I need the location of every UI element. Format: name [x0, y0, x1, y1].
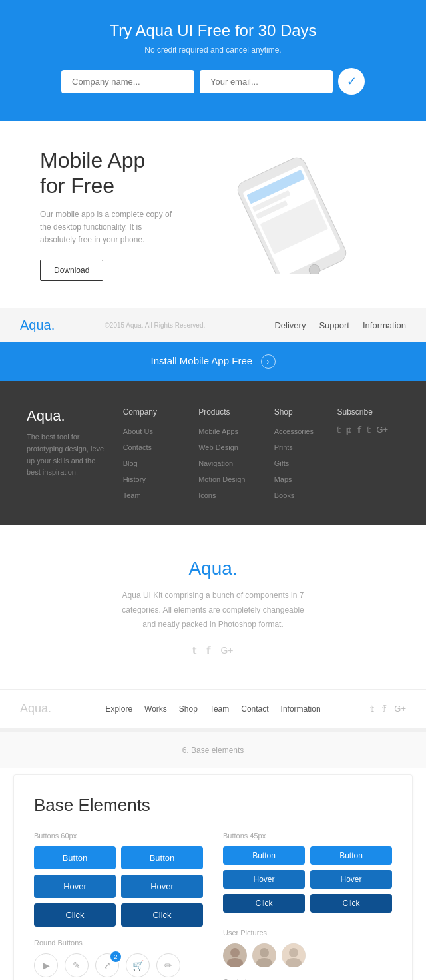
bottom-facebook-icon[interactable]: 𝕗	[382, 704, 386, 714]
btn-sm-row-hover: Hover Hover	[223, 870, 392, 889]
svg-point-8	[230, 948, 240, 957]
dark-footer-company-heading: Company	[123, 407, 186, 417]
facebook-icon[interactable]: 𝕗	[357, 425, 361, 435]
footer-link-navigation[interactable]: Navigation	[198, 459, 233, 467]
avatar-1	[223, 943, 247, 967]
dark-footer: Aqua. The best tool for prototyping desi…	[0, 381, 426, 525]
bottom-nav-works[interactable]: Works	[144, 704, 167, 714]
hover-45-2[interactable]: Hover	[310, 870, 392, 889]
hero-title: Try Aqua UI Free for 30 Days	[13, 21, 413, 40]
hover-60-1[interactable]: Hover	[34, 875, 116, 898]
bottom-nav-logo: Aqua.	[20, 702, 97, 716]
footer-link-accessories[interactable]: Accessories	[274, 427, 314, 435]
svg-point-14	[289, 948, 298, 957]
bottom-googleplus-icon[interactable]: G+	[394, 704, 406, 714]
bottom-nav-shop[interactable]: Shop	[179, 704, 198, 714]
bottom-nav-contact[interactable]: Contact	[241, 704, 268, 714]
base-elements-card: Base Elements Buttons 60px Button Button…	[13, 774, 413, 980]
footer-nav-information[interactable]: Information	[363, 320, 406, 330]
footer-link-contacts[interactable]: Contacts	[123, 443, 152, 451]
about-description: Aqua UI Kit comprising a bunch of compon…	[120, 589, 306, 632]
base-elements-content: Buttons 60px Button Button Hover Hover C…	[34, 832, 392, 980]
hover-60-2[interactable]: Hover	[121, 875, 203, 898]
click-45-2[interactable]: Click	[310, 894, 392, 913]
cart-button[interactable]: 🛒	[126, 953, 150, 977]
buttons-60px-label: Buttons 60px	[34, 832, 203, 840]
btn-sm-row-click: Click Click	[223, 894, 392, 913]
footer-link-team[interactable]: Team	[123, 491, 141, 499]
bottom-twitter-icon[interactable]: 𝕥	[370, 704, 374, 714]
company-input[interactable]	[61, 70, 194, 93]
install-banner[interactable]: Install Mobile App Free ›	[0, 342, 426, 381]
hover-45-1[interactable]: Hover	[223, 870, 305, 889]
avatars-row	[223, 943, 392, 967]
button-60-2[interactable]: Button	[121, 846, 203, 869]
hero-section: Try Aqua UI Free for 30 Days No credit r…	[0, 0, 426, 121]
footer-link-history[interactable]: History	[123, 475, 146, 483]
edit-button[interactable]: ✎	[65, 953, 89, 977]
click-60-2[interactable]: Click	[121, 903, 203, 927]
footer-link-about[interactable]: About Us	[123, 427, 153, 435]
footer-nav-support[interactable]: Support	[319, 320, 349, 330]
round-btn-row-1: ▶ ✎ ⤢ 2 🛒 ✏ ⋯	[34, 953, 203, 980]
download-button[interactable]: Download	[40, 260, 103, 281]
svg-point-11	[260, 948, 269, 957]
footer-nav-logo: Aqua.	[20, 318, 105, 333]
about-googleplus-icon[interactable]: G+	[220, 645, 233, 656]
bottom-nav-information[interactable]: Information	[281, 704, 321, 714]
share-button[interactable]: ⤢ 2	[95, 953, 119, 977]
footer-nav-delivery[interactable]: Delivery	[274, 320, 306, 330]
about-section: Aqua. Aqua UI Kit comprising a bunch of …	[0, 525, 426, 689]
mobile-app-section: Mobile App for Free Our mobile app is a …	[0, 121, 426, 308]
avatar-3	[282, 943, 306, 967]
footer-link-gifts[interactable]: Gifts	[274, 459, 290, 467]
button-45-2[interactable]: Button	[310, 846, 392, 865]
footer-link-mobile-apps[interactable]: Mobile Apps	[198, 427, 238, 435]
play-button[interactable]: ▶	[34, 953, 58, 977]
footer-link-maps[interactable]: Maps	[274, 475, 292, 483]
click-45-1[interactable]: Click	[223, 894, 305, 913]
dark-footer-shop: Shop Accessories Prints Gifts Maps Books	[274, 407, 324, 505]
twitter-icon[interactable]: 𝕥	[337, 425, 341, 435]
base-elements-label: 6. Base elements	[0, 732, 426, 768]
googleplus-icon[interactable]: G+	[376, 425, 388, 435]
bottom-nav-explore[interactable]: Explore	[105, 704, 132, 714]
email-input[interactable]	[200, 70, 333, 93]
click-60-1[interactable]: Click	[34, 903, 116, 927]
user-pictures-label: User Pictures	[223, 929, 392, 937]
hero-subtitle: No credit required and cancel anytime.	[13, 45, 413, 55]
dark-footer-brand: Aqua. The best tool for prototyping desi…	[27, 407, 110, 505]
button-45-1[interactable]: Button	[223, 846, 305, 865]
buttons-60px-group: Buttons 60px Button Button Hover Hover C…	[34, 832, 203, 927]
pencil-button[interactable]: ✏	[156, 953, 180, 977]
bottom-nav-team[interactable]: Team	[210, 704, 229, 714]
footer-nav-tagline: ©2015 Aqua. All Rights Reserved.	[105, 322, 274, 329]
footer-link-motion-design[interactable]: Motion Design	[198, 475, 245, 483]
footer-link-web-design[interactable]: Web Design	[198, 443, 238, 451]
dark-footer-products-heading: Products	[198, 407, 261, 417]
about-social: 𝕥 𝕗 G+	[13, 645, 413, 656]
round-buttons-label: Round Buttons	[34, 939, 203, 947]
submit-button[interactable]: ✓	[338, 68, 365, 95]
tumblr-icon[interactable]: 𝕥	[367, 425, 371, 435]
install-arrow-icon: ›	[261, 354, 276, 369]
mobile-app-text: Mobile App for Free Our mobile app is a …	[40, 148, 213, 281]
footer-nav: Aqua. ©2015 Aqua. All Rights Reserved. D…	[0, 308, 426, 342]
about-facebook-icon[interactable]: 𝕗	[206, 645, 211, 656]
footer-link-books[interactable]: Books	[274, 491, 295, 499]
install-text: Install Mobile App Free	[150, 355, 252, 366]
btn-row-hover: Hover Hover	[34, 875, 203, 898]
avatar-2	[252, 943, 276, 967]
footer-link-icons[interactable]: Icons	[198, 491, 216, 499]
btn-row-button: Button Button	[34, 846, 203, 869]
dark-footer-subscribe-heading: Subscribe	[337, 407, 399, 417]
footer-link-blog[interactable]: Blog	[123, 459, 138, 467]
dark-footer-description: The best tool for prototyping design, le…	[27, 431, 110, 478]
about-twitter-icon[interactable]: 𝕥	[192, 645, 197, 656]
buttons-45px-group: Buttons 45px Button Button Hover Hover C…	[223, 832, 392, 918]
footer-link-prints[interactable]: Prints	[274, 443, 293, 451]
bottom-nav-links: Explore Works Shop Team Contact Informat…	[97, 704, 329, 714]
pinterest-icon[interactable]: 𝕡	[346, 425, 352, 435]
right-column: Buttons 45px Button Button Hover Hover C…	[223, 832, 392, 980]
button-60-1[interactable]: Button	[34, 846, 116, 869]
